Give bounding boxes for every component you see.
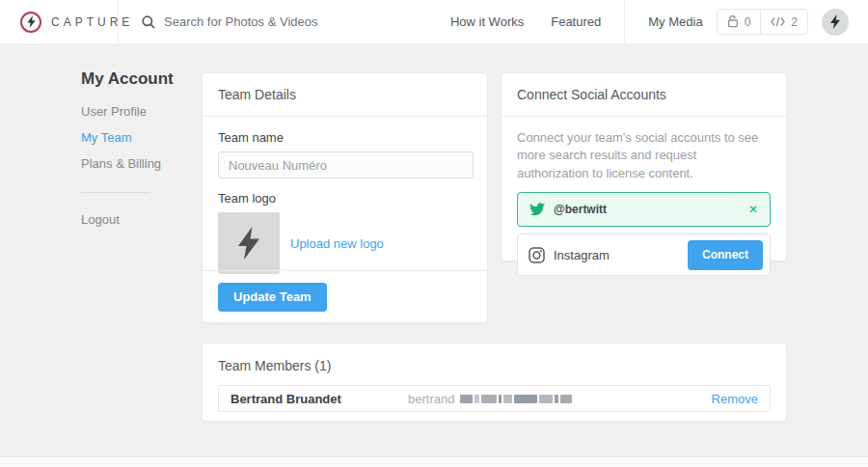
team-name-label: Team name [218, 130, 472, 145]
search-icon [142, 15, 155, 29]
capture-logo-icon [20, 12, 41, 33]
search-placeholder: Search for Photos & Videos [164, 14, 317, 29]
team-details-footer: Update Team [203, 270, 487, 322]
twitter-connected-row: @bertwitt ✕ [517, 192, 771, 227]
social-accounts-body: Connect your team's social accounts to s… [502, 117, 786, 276]
instagram-connect-button[interactable]: Connect [688, 240, 763, 270]
twitter-icon [529, 203, 545, 216]
team-details-title: Team Details [203, 73, 487, 117]
locked-count: 0 [745, 15, 751, 29]
lock-icon [727, 15, 739, 28]
member-remove-link[interactable]: Remove [712, 392, 758, 406]
locked-counter[interactable]: 0 [718, 10, 761, 34]
upload-new-logo-link[interactable]: Upload new logo [290, 236, 384, 251]
member-email: bertrand [408, 392, 712, 406]
search-bar[interactable]: Search for Photos & Videos [142, 14, 317, 29]
instagram-row: Instagram Connect [517, 234, 771, 276]
nav-link-my-media[interactable]: My Media [648, 14, 702, 29]
code-icon [771, 16, 785, 27]
team-logo-label: Team logo [218, 191, 472, 206]
embed-counter[interactable]: 2 [760, 10, 807, 34]
instagram-icon [529, 247, 545, 263]
team-members-title: Team Members (1) [203, 343, 786, 385]
nav-link-featured[interactable]: Featured [551, 14, 601, 29]
team-logo-preview [218, 212, 280, 274]
sidebar-item-logout[interactable]: Logout [81, 212, 187, 227]
member-email-redacted [460, 395, 574, 403]
embed-count: 2 [791, 15, 798, 29]
instagram-label: Instagram [554, 248, 610, 262]
sidebar-item-user-profile[interactable]: User Profile [81, 104, 187, 119]
navbar: CAPTURE Search for Photos & Videos How i… [0, 0, 868, 43]
team-members-card: Team Members (1) Bertrand Bruandet bertr… [202, 343, 787, 422]
twitter-handle: @bertwitt [554, 203, 607, 216]
team-name-input[interactable] [218, 151, 474, 179]
footer-strip [0, 456, 868, 467]
member-name: Bertrand Bruandet [231, 392, 408, 406]
social-accounts-description: Connect your team's social accounts to s… [517, 129, 771, 182]
nav-link-how-it-works[interactable]: How it Works [450, 14, 524, 29]
lightning-bolt-icon [236, 227, 261, 260]
team-logo-row: Upload new logo [218, 212, 472, 274]
sidebar-title: My Account [81, 69, 187, 89]
sidebar-item-my-team[interactable]: My Team [81, 130, 187, 145]
social-accounts-title: Connect Social Accounts [502, 73, 786, 117]
team-details-body: Team name Team logo Upload new logo [203, 117, 487, 274]
twitter-disconnect-icon[interactable]: ✕ [748, 203, 758, 216]
update-team-button[interactable]: Update Team [218, 283, 327, 312]
page: CAPTURE Search for Photos & Videos How i… [0, 0, 868, 467]
social-accounts-card: Connect Social Accounts Connect your tea… [501, 72, 787, 261]
navbar-divider [624, 0, 625, 43]
team-member-row: Bertrand Bruandet bertrand Remove [218, 385, 771, 412]
sidebar-divider [81, 192, 150, 193]
navbar-right: How it Works Featured My Media 0 2 [450, 0, 868, 43]
member-email-visible: bertrand [408, 392, 454, 406]
team-details-card: Team Details Team name Team logo Upload … [202, 72, 488, 323]
user-avatar[interactable] [822, 9, 849, 36]
media-counters: 0 2 [717, 9, 808, 35]
brand-name: CAPTURE [51, 15, 133, 29]
sidebar-item-plans-billing[interactable]: Plans & Billing [81, 156, 187, 171]
brand-logo[interactable]: CAPTURE [0, 0, 119, 43]
account-sidebar: My Account User Profile My Team Plans & … [81, 69, 187, 227]
